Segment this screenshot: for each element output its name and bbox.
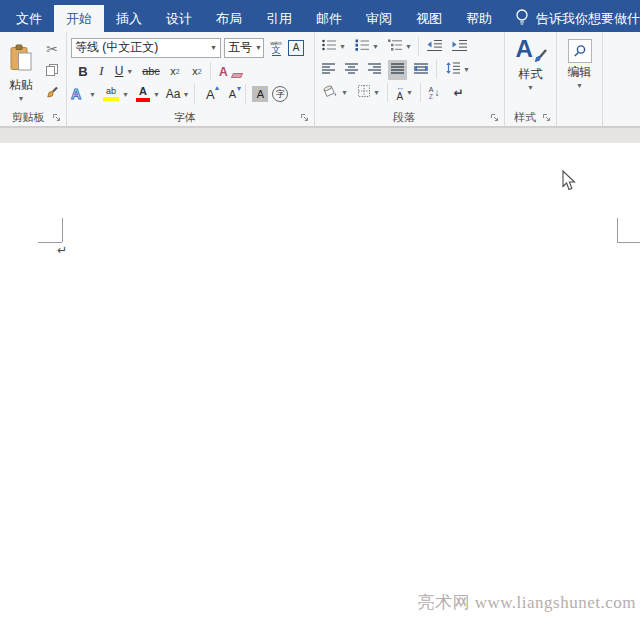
- bold-button[interactable]: B: [73, 64, 93, 79]
- justify-button[interactable]: [388, 60, 407, 80]
- multilevel-dropdown-arrow[interactable]: ▼: [405, 43, 412, 50]
- lightbulb-icon: [514, 8, 530, 29]
- font-size-dropdown-arrow[interactable]: ▼: [252, 44, 262, 51]
- decrease-indent-icon: [426, 38, 443, 56]
- italic-button[interactable]: I: [93, 63, 110, 79]
- multilevel-list-icon: [387, 38, 403, 56]
- tab-mailings[interactable]: 邮件: [304, 5, 354, 32]
- character-scaling-icon: ↔ A: [396, 84, 404, 102]
- tab-view[interactable]: 视图: [404, 5, 454, 32]
- tab-review[interactable]: 审阅: [354, 5, 404, 32]
- show-hide-marks-button[interactable]: ↵: [451, 83, 465, 103]
- font-size-combo[interactable]: 五号 ▼: [224, 38, 264, 58]
- tab-layout[interactable]: 布局: [204, 5, 254, 32]
- enclose-characters-button[interactable]: 字: [272, 86, 288, 102]
- increase-indent-icon: [451, 38, 468, 56]
- bullets-button[interactable]: ▼: [319, 37, 348, 57]
- line-spacing-dropdown-arrow[interactable]: ▼: [463, 66, 470, 73]
- margin-mark-top-right-vertical: [617, 218, 618, 242]
- margin-mark-top-right-horizontal: [617, 242, 640, 243]
- character-shading-icon: A: [252, 86, 268, 102]
- strikethrough-button[interactable]: abc: [138, 65, 164, 77]
- shading-dropdown-arrow[interactable]: ▼: [341, 89, 348, 96]
- character-shading-button[interactable]: A: [252, 86, 268, 102]
- underline-button[interactable]: U ▼: [110, 64, 138, 78]
- font-color-icon: A: [135, 86, 151, 102]
- copy-button[interactable]: [41, 62, 63, 82]
- watermark-text: 亮术网 www.liangshunet.com: [417, 591, 636, 614]
- decrease-indent-button[interactable]: [424, 37, 445, 57]
- shrink-font-button[interactable]: A ▼: [223, 88, 241, 100]
- highlight-dropdown-arrow[interactable]: ▼: [122, 91, 129, 98]
- editing-dropdown-arrow[interactable]: ▼: [576, 82, 583, 89]
- highlight-icon: ab: [102, 87, 120, 101]
- change-case-icon: Aa: [166, 87, 181, 101]
- numbering-button[interactable]: ▼: [352, 37, 381, 57]
- underline-icon: U: [115, 64, 124, 78]
- tab-insert[interactable]: 插入: [104, 5, 154, 32]
- tab-file[interactable]: 文件: [4, 5, 54, 32]
- shading-button[interactable]: ▼: [319, 83, 350, 103]
- cut-button[interactable]: ✂: [41, 39, 63, 59]
- paste-dropdown-arrow[interactable]: ▼: [18, 95, 25, 102]
- font-name-dropdown-arrow[interactable]: ▼: [207, 44, 217, 51]
- font-dialog-launcher-icon[interactable]: [299, 112, 310, 123]
- tab-references[interactable]: 引用: [254, 5, 304, 32]
- paragraph-dialog-launcher-icon[interactable]: [489, 112, 500, 123]
- font-color-button[interactable]: A ▼: [135, 86, 160, 102]
- highlight-color-swatch: [103, 97, 119, 101]
- paragraph-group: ▼ ▼ ▼: [315, 32, 505, 126]
- character-scaling-dropdown-arrow[interactable]: ▼: [406, 89, 413, 96]
- superscript-button[interactable]: x2: [186, 65, 208, 77]
- distribute-button[interactable]: [411, 60, 431, 80]
- editing-button-label: 编辑: [568, 64, 592, 81]
- styles-button[interactable]: A 样式 ▼: [505, 35, 556, 91]
- styles-dialog-launcher-icon[interactable]: [541, 112, 552, 123]
- styles-dropdown-arrow[interactable]: ▼: [527, 84, 534, 91]
- font-name-combo[interactable]: 等线 (中文正文) ▼: [71, 38, 221, 58]
- format-painter-icon: [45, 86, 59, 104]
- document-page[interactable]: ↵ 亮术网 www.liangshunet.com: [0, 143, 640, 620]
- bullets-dropdown-arrow[interactable]: ▼: [339, 43, 346, 50]
- font-group-label: 字体: [71, 110, 299, 125]
- align-right-button[interactable]: [365, 60, 384, 80]
- highlight-color-button[interactable]: ab ▼: [102, 87, 129, 101]
- borders-button[interactable]: ▼: [355, 83, 382, 103]
- character-scaling-button[interactable]: ↔ A ▼: [394, 83, 415, 103]
- text-effects-button[interactable]: A ▼: [71, 86, 96, 102]
- character-border-button[interactable]: A: [288, 40, 304, 56]
- line-spacing-button[interactable]: ▼: [443, 60, 472, 80]
- clipboard-dialog-launcher-icon[interactable]: [51, 112, 62, 123]
- align-center-button[interactable]: [342, 60, 361, 80]
- align-left-button[interactable]: [319, 60, 338, 80]
- editing-button[interactable]: 编辑 ▼: [557, 35, 602, 89]
- multilevel-list-button[interactable]: ▼: [385, 37, 414, 57]
- increase-indent-button[interactable]: [449, 37, 470, 57]
- font-color-dropdown-arrow[interactable]: ▼: [153, 91, 160, 98]
- editing-group: 编辑 ▼: [557, 32, 603, 126]
- tell-me-box[interactable]: 告诉我你想要做什: [514, 5, 640, 32]
- justify-icon: [390, 61, 405, 79]
- phonetic-guide-button[interactable]: wén 文: [267, 40, 285, 56]
- grow-font-button[interactable]: A ▲: [201, 87, 219, 102]
- tab-design[interactable]: 设计: [154, 5, 204, 32]
- paste-button[interactable]: 粘贴 ▼: [1, 35, 41, 108]
- tab-help[interactable]: 帮助: [454, 5, 504, 32]
- borders-dropdown-arrow[interactable]: ▼: [373, 89, 380, 96]
- borders-icon: [357, 84, 371, 102]
- paste-clipboard-icon: [9, 44, 33, 76]
- text-effects-dropdown-arrow[interactable]: ▼: [89, 91, 96, 98]
- subscript-button[interactable]: x2: [164, 65, 186, 77]
- underline-dropdown-arrow[interactable]: ▼: [126, 68, 133, 75]
- numbering-dropdown-arrow[interactable]: ▼: [372, 43, 379, 50]
- clipboard-group: 粘贴 ▼ ✂ 剪贴板: [1, 32, 67, 126]
- margin-mark-top-left-vertical: [62, 218, 63, 242]
- tab-home[interactable]: 开始: [54, 5, 104, 32]
- change-case-dropdown-arrow[interactable]: ▼: [183, 91, 190, 98]
- font-size-value: 五号: [228, 39, 252, 56]
- sort-button[interactable]: A Z ↓: [427, 83, 442, 103]
- line-spacing-icon: [445, 61, 461, 79]
- change-case-button[interactable]: Aa ▼: [166, 87, 190, 101]
- clear-formatting-button[interactable]: A: [219, 62, 243, 80]
- format-painter-button[interactable]: [41, 85, 63, 105]
